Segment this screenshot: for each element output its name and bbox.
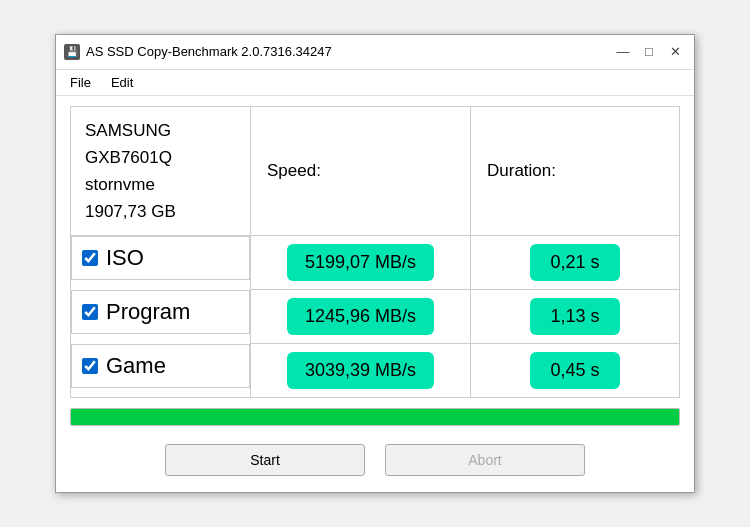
table-row: Game 3039,39 MB/s 0,45 s <box>71 344 680 398</box>
main-content: SAMSUNG GXB7601Q stornvme 1907,73 GB Spe… <box>56 96 694 493</box>
program-speed-badge: 1245,96 MB/s <box>287 298 434 335</box>
start-button[interactable]: Start <box>165 444 365 476</box>
iso-label: ISO <box>106 245 144 271</box>
menu-file[interactable]: File <box>60 72 101 93</box>
device-info: SAMSUNG GXB7601Q stornvme 1907,73 GB <box>71 106 251 236</box>
game-speed-badge: 3039,39 MB/s <box>287 352 434 389</box>
maximize-button[interactable]: □ <box>638 41 660 63</box>
speed-header: Speed: <box>251 106 471 236</box>
game-duration-cell: 0,45 s <box>471 344 680 398</box>
app-icon: 💾 <box>64 44 80 60</box>
device-name-line4: 1907,73 GB <box>85 202 176 221</box>
program-duration-badge: 1,13 s <box>530 298 620 335</box>
iso-duration-badge: 0,21 s <box>530 244 620 281</box>
iso-speed-badge: 5199,07 MB/s <box>287 244 434 281</box>
window-title: AS SSD Copy-Benchmark 2.0.7316.34247 <box>86 44 612 59</box>
game-label-cell: Game <box>71 344 250 388</box>
game-speed-cell: 3039,39 MB/s <box>251 344 471 398</box>
app-window: 💾 AS SSD Copy-Benchmark 2.0.7316.34247 —… <box>55 34 695 494</box>
window-controls: — □ ✕ <box>612 41 686 63</box>
table-row: ISO 5199,07 MB/s 0,21 s <box>71 236 680 290</box>
table-header-row: SAMSUNG GXB7601Q stornvme 1907,73 GB Spe… <box>71 106 680 236</box>
benchmark-table: SAMSUNG GXB7601Q stornvme 1907,73 GB Spe… <box>70 106 680 399</box>
iso-duration-cell: 0,21 s <box>471 236 680 290</box>
table-row: Program 1245,96 MB/s 1,13 s <box>71 290 680 344</box>
menu-bar: File Edit <box>56 70 694 96</box>
device-name-line3: stornvme <box>85 175 155 194</box>
menu-edit[interactable]: Edit <box>101 72 143 93</box>
title-bar: 💾 AS SSD Copy-Benchmark 2.0.7316.34247 —… <box>56 35 694 70</box>
game-checkbox[interactable] <box>82 358 98 374</box>
iso-checkbox[interactable] <box>82 250 98 266</box>
close-button[interactable]: ✕ <box>664 41 686 63</box>
minimize-button[interactable]: — <box>612 41 634 63</box>
duration-header: Duration: <box>471 106 680 236</box>
abort-button[interactable]: Abort <box>385 444 585 476</box>
program-label-cell: Program <box>71 290 250 334</box>
game-duration-badge: 0,45 s <box>530 352 620 389</box>
button-row: Start Abort <box>70 436 680 482</box>
program-speed-cell: 1245,96 MB/s <box>251 290 471 344</box>
iso-speed-cell: 5199,07 MB/s <box>251 236 471 290</box>
program-checkbox[interactable] <box>82 304 98 320</box>
device-name-line1: SAMSUNG <box>85 121 171 140</box>
game-label: Game <box>106 353 166 379</box>
device-name-line2: GXB7601Q <box>85 148 172 167</box>
iso-label-cell: ISO <box>71 236 250 280</box>
progress-bar <box>71 409 679 425</box>
program-label: Program <box>106 299 190 325</box>
program-duration-cell: 1,13 s <box>471 290 680 344</box>
progress-area <box>70 408 680 426</box>
